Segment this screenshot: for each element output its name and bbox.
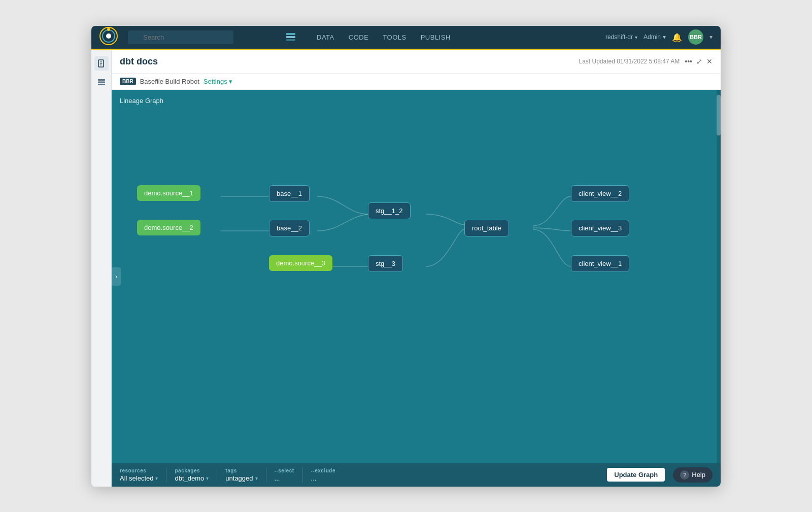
resources-chevron-icon: ▾ [155,475,158,481]
node-client-view-1[interactable]: client_view__1 [571,255,629,272]
app-window: 🔍 DATA CODE TOOLS PUBLISH redshift-dr ▾ [91,26,721,487]
select-input[interactable]: ... [275,474,294,482]
help-button[interactable]: ? Help [673,467,713,483]
update-graph-button[interactable]: Update Graph [607,468,665,482]
nav-stack-icon [285,30,296,44]
filter-divider-1 [166,467,166,483]
sidebar [91,50,112,487]
sidebar-icon-file[interactable] [94,56,109,71]
svg-rect-13 [98,84,105,85]
more-options-icon[interactable]: ••• [685,57,692,65]
filter-divider-3 [266,467,266,483]
node-stg-1-2[interactable]: stg__1_2 [368,202,411,219]
packages-label: packages [175,468,209,473]
svg-rect-4 [286,33,295,35]
resources-label: resources [120,468,158,473]
filter-exclude-field: --exclude ... [311,468,335,482]
avatar-chevron-icon[interactable]: ▾ [709,33,713,41]
close-icon[interactable]: ✕ [706,57,713,65]
panel-header: dbt docs Last Updated 01/31/2022 5:08:47… [112,50,721,74]
panel-title: dbt docs [120,56,158,67]
graph-expand-button[interactable]: › [112,267,121,286]
nav-item-publish[interactable]: PUBLISH [421,33,451,41]
nav-item-code[interactable]: CODE [349,33,369,41]
svg-rect-12 [98,81,105,83]
sidebar-icon-layers[interactable] [94,75,109,89]
packages-select[interactable]: dbt_demo ▾ [175,474,209,482]
navbar: 🔍 DATA CODE TOOLS PUBLISH redshift-dr ▾ [91,26,721,50]
node-base-2[interactable]: base__2 [269,220,310,236]
nav-item-tools[interactable]: TOOLS [383,33,406,41]
node-root-table[interactable]: root_table [464,220,509,236]
panel-header-right: Last Updated 01/31/2022 5:08:47 AM ••• ⤢… [579,57,713,65]
filter-divider-2 [217,467,217,483]
graph-scrollbar-thumb [717,95,721,135]
node-demo-source-3[interactable]: demo.source__3 [269,255,332,271]
filter-select-field: --select ... [275,468,294,482]
graph-title: Lineage Graph [120,97,163,105]
filter-bar: resources All selected ▾ packages dbt_de… [112,463,721,487]
avatar[interactable]: BBR [688,29,703,45]
tags-select[interactable]: untagged ▾ [225,474,257,482]
svg-rect-6 [286,39,295,41]
settings-dropdown[interactable]: Settings ▾ [204,78,232,85]
env-chevron-icon: ▾ [635,35,637,40]
settings-chevron-icon: ▾ [229,78,232,85]
search-wrapper: 🔍 [128,30,270,44]
filter-divider-4 [302,467,303,483]
last-updated-text: Last Updated 01/31/2022 5:08:47 AM [579,58,680,65]
bbr-badge: BBR [120,78,136,85]
node-base-1[interactable]: base__1 [269,185,310,202]
navbar-nav: DATA CODE TOOLS PUBLISH [317,33,451,41]
content-area: dbt docs Last Updated 01/31/2022 5:08:47… [91,50,721,487]
node-client-view-3[interactable]: client_view__3 [571,220,629,236]
tags-label: tags [225,468,257,473]
node-stg-3[interactable]: stg__3 [368,255,403,272]
node-demo-source-2[interactable]: demo.source__2 [137,220,200,235]
expand-icon[interactable]: ⤢ [696,57,702,65]
graph-scrollbar[interactable] [717,90,721,463]
panel-header-icons: ••• ⤢ ✕ [685,57,713,65]
breadcrumb-name: Basefile Build Robot [140,78,199,85]
node-demo-source-1[interactable]: demo.source__1 [137,185,200,201]
svg-point-3 [107,28,110,31]
filter-resources: resources All selected ▾ [120,468,158,482]
tags-chevron-icon: ▾ [255,475,258,481]
help-icon: ? [680,470,689,480]
filter-tags: tags untagged ▾ [225,468,257,482]
navbar-right: redshift-dr ▾ Admin ▾ 🔔 BBR ▾ [605,29,713,45]
svg-rect-5 [286,36,295,38]
user-chevron-icon: ▾ [663,33,666,41]
search-input[interactable] [128,30,233,44]
packages-chevron-icon: ▾ [206,475,209,481]
notification-bell-icon[interactable]: 🔔 [672,32,682,42]
svg-point-2 [106,33,111,39]
exclude-input[interactable]: ... [311,474,335,482]
exclude-label: --exclude [311,468,335,473]
svg-rect-11 [98,79,105,81]
user-selector[interactable]: Admin ▾ [644,33,666,41]
select-label: --select [275,468,294,473]
main-panel: dbt docs Last Updated 01/31/2022 5:08:47… [112,50,721,487]
node-client-view-2[interactable]: client_view__2 [571,185,629,202]
breadcrumb-row: BBR Basefile Build Robot Settings ▾ [112,74,721,90]
graph-edges-svg [112,90,721,463]
graph-container: Lineage Graph › [112,90,721,463]
app-logo[interactable] [99,27,118,47]
nav-item-data[interactable]: DATA [317,33,334,41]
resources-select[interactable]: All selected ▾ [120,474,158,482]
env-selector[interactable]: redshift-dr ▾ [605,33,637,41]
filter-packages: packages dbt_demo ▾ [175,468,209,482]
